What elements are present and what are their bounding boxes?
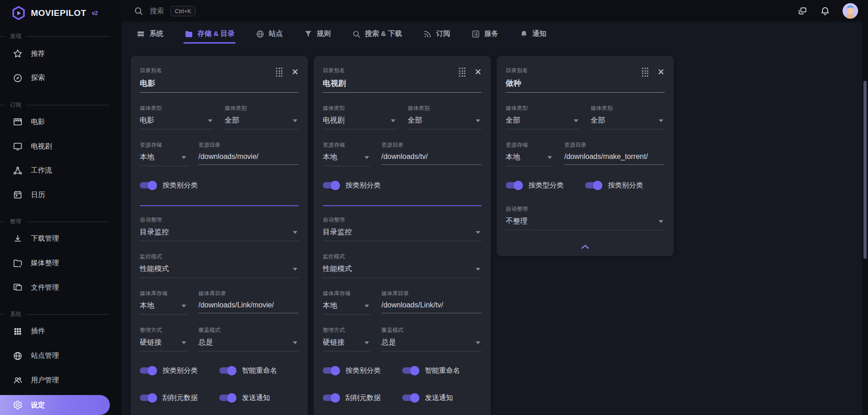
sidebar-item-calendar[interactable]: 日历 bbox=[0, 183, 122, 208]
smart-rename-toggle[interactable]: 智能重命名 bbox=[219, 364, 299, 377]
sidebar-item-workflow[interactable]: 工作流 bbox=[0, 158, 122, 183]
media-category-label: 媒体类别 bbox=[408, 104, 482, 112]
src-storage-select[interactable]: 本地 bbox=[506, 153, 553, 166]
lib-storage-select[interactable]: 本地 bbox=[323, 301, 370, 315]
close-icon[interactable]: ✕ bbox=[291, 68, 299, 76]
user-avatar[interactable] bbox=[843, 3, 858, 19]
close-icon[interactable]: ✕ bbox=[657, 68, 665, 76]
lib-dir-input[interactable]: /downloads/Link/tv/ bbox=[381, 301, 482, 313]
download-icon bbox=[12, 233, 23, 244]
sidebar-item-recommend[interactable]: 推荐 bbox=[0, 41, 122, 66]
tab-system[interactable]: 系统 bbox=[136, 29, 163, 44]
send-notify-toggle[interactable]: 发送通知 bbox=[219, 391, 299, 404]
category-toggle[interactable]: 按类别分类 bbox=[323, 179, 482, 192]
tab-subscribe[interactable]: 订阅 bbox=[423, 29, 450, 44]
auto-organize-label: 自动整理 bbox=[323, 216, 482, 224]
drag-handle-icon[interactable] bbox=[276, 68, 282, 77]
src-dir-input[interactable]: /downloads/tv/ bbox=[381, 153, 482, 165]
drag-handle-icon[interactable] bbox=[642, 68, 648, 77]
src-dir-label: 资源目录 bbox=[381, 141, 482, 149]
src-storage-select[interactable]: 本地 bbox=[323, 153, 370, 166]
media-category-label: 媒体类别 bbox=[591, 104, 665, 112]
media-category-select[interactable]: 全部 bbox=[591, 116, 665, 129]
alias-input[interactable]: 电视剧 bbox=[323, 78, 482, 93]
lib-category-toggle[interactable]: 按类别分类 bbox=[323, 364, 402, 377]
media-type-select[interactable]: 全部 bbox=[506, 116, 580, 129]
sidebar-item-plugins[interactable]: 插件 bbox=[0, 319, 122, 344]
notification-bell-icon[interactable] bbox=[820, 6, 830, 16]
category-toggle[interactable]: 按类别分类 bbox=[140, 179, 299, 192]
src-dir-input[interactable]: /downloads/make_torrent/ bbox=[564, 153, 665, 165]
alias-input[interactable]: 做种 bbox=[506, 78, 665, 93]
scrollbar-thumb[interactable] bbox=[863, 81, 867, 259]
media-type-select[interactable]: 电影 bbox=[140, 116, 214, 129]
star-icon bbox=[12, 48, 23, 59]
alias-label: 目录别名 bbox=[140, 67, 299, 74]
lib-category-toggle[interactable]: 按类别分类 bbox=[140, 364, 219, 377]
media-category-select[interactable]: 全部 bbox=[225, 116, 299, 129]
monitor-mode-label: 监控模式 bbox=[323, 253, 482, 261]
folder-move-icon bbox=[12, 258, 23, 269]
organize-method-select[interactable]: 硬链接 bbox=[323, 338, 370, 351]
clapperboard-icon bbox=[12, 116, 23, 127]
src-dir-input[interactable]: /downloads/movie/ bbox=[198, 153, 299, 165]
sidebar-item-download-manager[interactable]: 下载管理 bbox=[0, 227, 122, 251]
sidebar-item-settings[interactable]: 设定 bbox=[0, 395, 110, 415]
sidebar-item-movies[interactable]: 电影 bbox=[0, 110, 122, 134]
directory-cards: ✕ 目录别名 电影 媒体类型 电影 媒体类别 全部 bbox=[122, 44, 868, 415]
alias-label: 目录别名 bbox=[323, 67, 482, 74]
sidebar-item-explore[interactable]: 探索 bbox=[0, 66, 122, 90]
auto-organize-select[interactable]: 目录监控 bbox=[323, 227, 482, 241]
alias-label: 目录别名 bbox=[506, 67, 665, 74]
scrape-metadata-toggle[interactable]: 刮削元数据 bbox=[323, 391, 402, 404]
alias-input[interactable]: 电影 bbox=[140, 78, 299, 93]
src-storage-select[interactable]: 本地 bbox=[140, 153, 187, 166]
sidebar-item-tv[interactable]: 电视剧 bbox=[0, 134, 122, 158]
global-search[interactable]: 搜索 Ctrl+K bbox=[133, 6, 196, 16]
scrape-metadata-toggle[interactable]: 刮削元数据 bbox=[140, 391, 219, 404]
tab-sites[interactable]: 站点 bbox=[256, 29, 283, 44]
auto-organize-select[interactable]: 目录监控 bbox=[140, 227, 299, 241]
overwrite-mode-select[interactable]: 总是 bbox=[198, 338, 299, 351]
tab-rules[interactable]: 规则 bbox=[304, 29, 331, 44]
sidebar-item-site-manager[interactable]: 站点管理 bbox=[0, 344, 122, 368]
tab-services[interactable]: 服务 bbox=[471, 29, 498, 44]
organize-method-label: 整理方式 bbox=[323, 326, 370, 334]
organize-method-select[interactable]: 硬链接 bbox=[140, 338, 187, 351]
overwrite-mode-label: 覆盖模式 bbox=[198, 326, 299, 334]
close-icon[interactable]: ✕ bbox=[474, 68, 482, 76]
tab-search-download[interactable]: 搜索 & 下载 bbox=[352, 29, 402, 44]
tab-storage-directory[interactable]: 存储 & 目录 bbox=[184, 29, 235, 44]
monitor-mode-select[interactable]: 性能模式 bbox=[140, 264, 299, 278]
brand-version: v2 bbox=[92, 10, 98, 16]
moviepilot-logo-icon bbox=[11, 5, 26, 21]
send-notify-toggle[interactable]: 发送通知 bbox=[402, 391, 482, 404]
tv-icon bbox=[12, 141, 23, 152]
media-type-select[interactable]: 电视剧 bbox=[323, 116, 397, 129]
sidebar-item-user-manager[interactable]: 用户管理 bbox=[0, 368, 122, 392]
tab-label: 搜索 & 下载 bbox=[365, 29, 402, 39]
lib-storage-select[interactable]: 本地 bbox=[140, 301, 187, 315]
media-category-select[interactable]: 全部 bbox=[408, 116, 482, 129]
type-toggle[interactable]: 按类型分类 bbox=[506, 179, 585, 192]
smart-rename-toggle[interactable]: 智能重命名 bbox=[402, 364, 482, 377]
overwrite-mode-select[interactable]: 总是 bbox=[381, 338, 482, 351]
toggle-track bbox=[140, 182, 156, 188]
windows-overlap-icon[interactable] bbox=[797, 6, 808, 16]
collapse-chevron-icon[interactable] bbox=[581, 245, 589, 249]
drag-handle-icon[interactable] bbox=[459, 68, 465, 77]
auto-organize-select[interactable]: 不整理 bbox=[506, 217, 665, 230]
tab-notifications[interactable]: 通知 bbox=[519, 29, 547, 44]
sidebar-item-file-manager[interactable]: 文件管理 bbox=[0, 275, 122, 300]
app-logo[interactable]: MOVIEPILOT v2 bbox=[0, 0, 122, 22]
sidebar-section-organize: 整理 bbox=[0, 218, 122, 226]
category-toggle[interactable]: 按类别分类 bbox=[585, 179, 665, 192]
sidebar-item-label: 工作流 bbox=[31, 166, 52, 175]
lib-dir-input[interactable]: /downloads/Link/movie/ bbox=[198, 301, 299, 313]
sidebar-item-label: 电影 bbox=[31, 117, 45, 127]
users-icon bbox=[12, 375, 23, 385]
tab-label: 规则 bbox=[317, 29, 331, 39]
sidebar-item-media-organize[interactable]: 媒体整理 bbox=[0, 251, 122, 276]
monitor-mode-select[interactable]: 性能模式 bbox=[323, 264, 482, 278]
tab-label: 站点 bbox=[269, 29, 283, 39]
